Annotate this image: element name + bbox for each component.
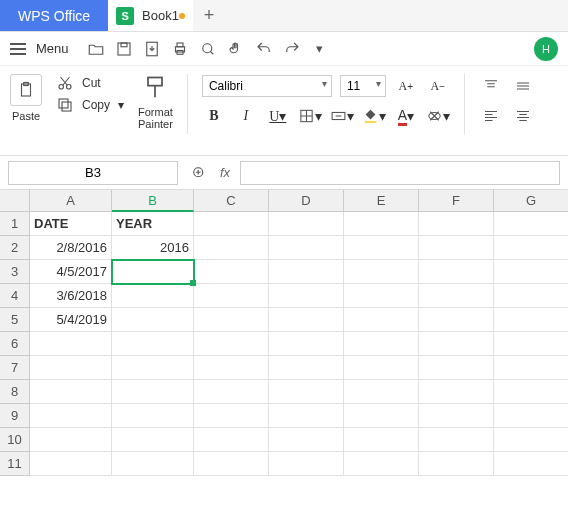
underline-button[interactable]: U▾ [266,104,290,128]
cell-G9[interactable] [494,404,568,428]
cell-C8[interactable] [194,380,269,404]
undo-icon[interactable] [253,38,275,60]
fx-label[interactable]: fx [220,165,230,180]
cell-A9[interactable] [30,404,112,428]
cell-C6[interactable] [194,332,269,356]
cell-F2[interactable] [419,236,494,260]
col-header-A[interactable]: A [30,190,112,212]
cell-C10[interactable] [194,428,269,452]
hamburger-icon[interactable] [10,43,26,55]
export-icon[interactable] [141,38,163,60]
align-middle-icon[interactable] [511,74,535,98]
hand-icon[interactable] [225,38,247,60]
align-top-icon[interactable] [479,74,503,98]
col-header-F[interactable]: F [419,190,494,212]
cell-D6[interactable] [269,332,344,356]
row-header-5[interactable]: 5 [0,308,30,332]
cell-E8[interactable] [344,380,419,404]
font-size-select[interactable] [340,75,386,97]
cell-B1[interactable]: YEAR [112,212,194,236]
doc-tab[interactable]: S Book1 [108,0,193,31]
cell-D11[interactable] [269,452,344,476]
cell-A5[interactable]: 5/4/2019 [30,308,112,332]
cell-E6[interactable] [344,332,419,356]
cell-B4[interactable] [112,284,194,308]
col-header-D[interactable]: D [269,190,344,212]
cell-B11[interactable] [112,452,194,476]
cell-E2[interactable] [344,236,419,260]
cell-G5[interactable] [494,308,568,332]
cell-E9[interactable] [344,404,419,428]
formula-bar[interactable] [240,161,560,185]
clipboard-icon[interactable] [10,74,42,106]
menu-button[interactable]: Menu [36,41,69,56]
cell-D2[interactable] [269,236,344,260]
cell-D1[interactable] [269,212,344,236]
cell-E3[interactable] [344,260,419,284]
align-center-icon[interactable] [511,104,535,128]
row-header-10[interactable]: 10 [0,428,30,452]
cell-F3[interactable] [419,260,494,284]
cell-G4[interactable] [494,284,568,308]
cell-C4[interactable] [194,284,269,308]
cell-G2[interactable] [494,236,568,260]
border-button[interactable]: ▾ [298,104,322,128]
cell-E5[interactable] [344,308,419,332]
align-left-icon[interactable] [479,104,503,128]
cell-F1[interactable] [419,212,494,236]
toolbar-dropdown-icon[interactable]: ▾ [309,38,331,60]
bold-button[interactable]: B [202,104,226,128]
cell-G11[interactable] [494,452,568,476]
col-header-C[interactable]: C [194,190,269,212]
cell-F5[interactable] [419,308,494,332]
cell-C7[interactable] [194,356,269,380]
cell-D9[interactable] [269,404,344,428]
cell-E4[interactable] [344,284,419,308]
row-header-9[interactable]: 9 [0,404,30,428]
print-icon[interactable] [169,38,191,60]
trace-icon[interactable] [188,162,210,184]
font-name-select[interactable] [202,75,332,97]
cell-C2[interactable] [194,236,269,260]
cell-G1[interactable] [494,212,568,236]
cell-E1[interactable] [344,212,419,236]
cut-button[interactable]: Cut [56,74,124,92]
cell-A4[interactable]: 3/6/2018 [30,284,112,308]
font-color-button[interactable]: A▾ [394,104,418,128]
cell-G8[interactable] [494,380,568,404]
cell-B8[interactable] [112,380,194,404]
cell-B3[interactable] [112,260,194,284]
print-preview-icon[interactable] [197,38,219,60]
row-header-7[interactable]: 7 [0,356,30,380]
cell-A8[interactable] [30,380,112,404]
cell-C3[interactable] [194,260,269,284]
cell-B7[interactable] [112,356,194,380]
cell-F7[interactable] [419,356,494,380]
cell-B6[interactable] [112,332,194,356]
cell-B9[interactable] [112,404,194,428]
cell-C1[interactable] [194,212,269,236]
italic-button[interactable]: I [234,104,258,128]
cell-D7[interactable] [269,356,344,380]
cell-D3[interactable] [269,260,344,284]
cell-E10[interactable] [344,428,419,452]
cell-G10[interactable] [494,428,568,452]
col-header-G[interactable]: G [494,190,568,212]
increase-font-icon[interactable]: A+ [394,74,418,98]
cell-A11[interactable] [30,452,112,476]
name-box[interactable] [8,161,178,185]
new-tab-button[interactable]: + [193,0,225,31]
row-header-2[interactable]: 2 [0,236,30,260]
cell-G3[interactable] [494,260,568,284]
clear-format-button[interactable]: ▾ [426,104,450,128]
cell-A7[interactable] [30,356,112,380]
cell-D8[interactable] [269,380,344,404]
copy-button[interactable]: Copy▾ [56,96,124,114]
cell-E7[interactable] [344,356,419,380]
cell-G7[interactable] [494,356,568,380]
cell-B10[interactable] [112,428,194,452]
decrease-font-icon[interactable]: A− [426,74,450,98]
cell-A6[interactable] [30,332,112,356]
paste-button[interactable]: Paste [12,110,40,122]
merge-button[interactable]: ▾ [330,104,354,128]
